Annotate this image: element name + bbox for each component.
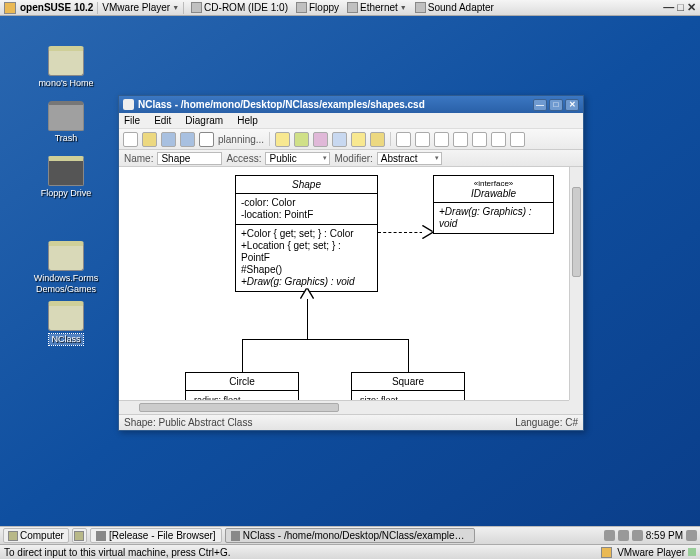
- add-enum-icon[interactable]: [332, 132, 347, 147]
- properties-bar: Name: Shape Access: Public Modifier: Abs…: [119, 150, 583, 167]
- window-close-icon[interactable]: ✕: [565, 99, 579, 111]
- uml-class-shape[interactable]: Shape -color: Color -location: PointF +C…: [235, 175, 378, 292]
- open-icon[interactable]: [142, 132, 157, 147]
- uml-interface-idrawable[interactable]: «interface»IDrawable +Draw(g: Graphics) …: [433, 175, 554, 234]
- uml-realization-arrow-icon: [422, 226, 432, 238]
- device-ethernet[interactable]: Ethernet▼: [344, 2, 410, 13]
- add-comment-icon[interactable]: [370, 132, 385, 147]
- relation-depend-icon[interactable]: [491, 132, 506, 147]
- menu-diagram[interactable]: Diagram: [185, 115, 223, 126]
- menu-edit[interactable]: Edit: [154, 115, 171, 126]
- prop-modifier-select[interactable]: Abstract: [377, 152, 442, 165]
- uml-shape-name: Shape: [292, 179, 321, 190]
- prop-access-select[interactable]: Public: [265, 152, 330, 165]
- saveas-icon[interactable]: [180, 132, 195, 147]
- nclass-window: NClass - /home/mono/Desktop/NClass/examp…: [118, 95, 584, 431]
- vmware-window-controls: — □ ✕: [663, 1, 696, 14]
- add-struct-icon[interactable]: [313, 132, 328, 147]
- menubar: File Edit Diagram Help: [119, 113, 583, 129]
- status-right: Language: C#: [515, 417, 578, 428]
- maximize-icon[interactable]: □: [677, 1, 684, 14]
- taskbar-item-filebrowser[interactable]: [Release - File Browser]: [90, 528, 222, 543]
- computer-menu[interactable]: Computer: [3, 528, 69, 543]
- window-minimize-icon[interactable]: —: [533, 99, 547, 111]
- tray-update-icon[interactable]: [618, 530, 629, 541]
- vmware-icon: [4, 2, 16, 14]
- device-floppy[interactable]: Floppy: [293, 2, 342, 13]
- relation-nesting-icon[interactable]: [510, 132, 525, 147]
- device-sound[interactable]: Sound Adapter: [412, 2, 497, 13]
- print-icon[interactable]: [199, 132, 214, 147]
- window-title: NClass - /home/mono/Desktop/NClass/examp…: [138, 99, 425, 110]
- save-icon[interactable]: [161, 132, 176, 147]
- window-titlebar[interactable]: NClass - /home/mono/Desktop/NClass/examp…: [119, 96, 583, 113]
- prop-access-label: Access:: [226, 153, 261, 164]
- status-left: Shape: Public Abstract Class: [124, 417, 252, 428]
- add-delegate-icon[interactable]: [351, 132, 366, 147]
- relation-aggreg-icon[interactable]: [434, 132, 449, 147]
- uml-square-name: Square: [392, 376, 424, 387]
- scrollbar-thumb[interactable]: [572, 187, 581, 277]
- menu-file[interactable]: File: [124, 115, 140, 126]
- desktop-icon-trash[interactable]: Trash: [38, 101, 94, 144]
- device-cdrom[interactable]: CD-ROM (IDE 1:0): [188, 2, 291, 13]
- window-maximize-icon[interactable]: □: [549, 99, 563, 111]
- menu-help[interactable]: Help: [237, 115, 258, 126]
- tray-network-icon[interactable]: [604, 530, 615, 541]
- scrollbar-corner: [569, 400, 583, 414]
- toolbar: planning...: [119, 129, 583, 150]
- relation-real-icon[interactable]: [472, 132, 487, 147]
- vmware-statusbar: To direct input to this virtual machine,…: [0, 544, 700, 559]
- vmware-grabber-icon: [688, 548, 696, 556]
- desktop-icon-floppy[interactable]: Floppy Drive: [38, 156, 94, 199]
- horizontal-scrollbar[interactable]: [119, 400, 569, 414]
- taskbar-item-nclass[interactable]: NClass - /home/mono/Desktop/NClass/examp…: [225, 528, 475, 543]
- current-filename: planning...: [218, 134, 264, 145]
- vmware-toolbar: openSUSE 10.2 VMware Player▼ CD-ROM (IDE…: [0, 0, 700, 16]
- vm-hint: To direct input to this virtual machine,…: [4, 547, 230, 558]
- add-class-icon[interactable]: [275, 132, 290, 147]
- uml-idrawable-name: IDrawable: [471, 188, 516, 199]
- close-icon[interactable]: ✕: [687, 1, 696, 14]
- vm-title: openSUSE 10.2: [20, 2, 93, 13]
- panel-clock[interactable]: 8:59 PM: [646, 530, 683, 541]
- uml-gen-right[interactable]: [408, 339, 409, 372]
- desktop-icon-winforms[interactable]: Windows.Forms Demos/Games: [30, 241, 102, 295]
- add-interface-icon[interactable]: [294, 132, 309, 147]
- prop-name-field[interactable]: Shape: [157, 152, 222, 165]
- new-icon[interactable]: [123, 132, 138, 147]
- uml-gen-cross[interactable]: [242, 339, 408, 340]
- scrollbar-thumb[interactable]: [139, 403, 339, 412]
- diagram-canvas[interactable]: Shape -color: Color -location: PointF +C…: [119, 167, 583, 414]
- tray-user-icon[interactable]: [686, 530, 697, 541]
- uml-gen-left[interactable]: [242, 339, 243, 372]
- vertical-scrollbar[interactable]: [569, 167, 583, 400]
- vmware-logo-icon: [601, 547, 612, 558]
- app-statusbar: Shape: Public Abstract Class Language: C…: [119, 414, 583, 430]
- show-desktop-button[interactable]: [72, 528, 87, 543]
- desktop-icon-home[interactable]: mono's Home: [38, 46, 94, 89]
- uml-gen-trunk[interactable]: [307, 299, 308, 339]
- relation-general-icon[interactable]: [453, 132, 468, 147]
- tray-volume-icon[interactable]: [632, 530, 643, 541]
- prop-modifier-label: Modifier:: [334, 153, 372, 164]
- minimize-icon[interactable]: —: [663, 1, 674, 14]
- vmware-player-label[interactable]: VMware Player: [102, 2, 170, 13]
- uml-circle-name: Circle: [229, 376, 255, 387]
- prop-name-label: Name:: [124, 153, 153, 164]
- relation-assoc-icon[interactable]: [396, 132, 411, 147]
- vm-brand: VMware Player: [617, 547, 685, 558]
- relation-compose-icon[interactable]: [415, 132, 430, 147]
- guest-desktop[interactable]: mono's Home Trash Floppy Drive Windows.F…: [0, 16, 700, 526]
- desktop-icon-nclass[interactable]: NClass: [38, 301, 94, 345]
- gnome-panel: Computer [Release - File Browser] NClass…: [0, 526, 700, 544]
- uml-generalization-arrow-icon: [301, 289, 313, 299]
- app-icon: [123, 99, 134, 110]
